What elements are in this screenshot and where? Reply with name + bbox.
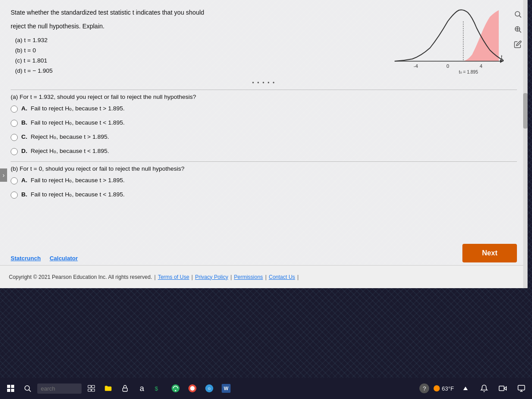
app-icon-2[interactable]: $ [152, 381, 166, 395]
radio-a3[interactable] [11, 134, 18, 141]
svg-rect-24 [92, 389, 95, 391]
privacy-link[interactable]: Privacy Policy [195, 274, 228, 280]
top-right-icons [512, 8, 524, 51]
temperature-label: 63°F [442, 385, 454, 392]
value-d: (d) t = − 1.905 [15, 66, 375, 76]
caret-up-icon[interactable] [458, 381, 473, 395]
app-icon-3[interactable] [168, 381, 183, 395]
copyright-text: Copyright © 2021 Pearson Education Inc. … [9, 274, 152, 280]
footer-bar: Copyright © 2021 Pearson Education Inc. … [0, 265, 528, 288]
svg-rect-21 [88, 385, 91, 387]
divider-1 [11, 90, 517, 90]
svg-rect-37 [518, 385, 525, 390]
main-content-area: State whether the standardized test stat… [0, 0, 528, 288]
weather-icon [434, 385, 440, 391]
radio-a2[interactable] [11, 120, 18, 127]
svg-text:-4: -4 [414, 63, 418, 69]
svg-marker-35 [463, 387, 468, 390]
windows-start-icon[interactable] [4, 381, 18, 395]
option-b2-label[interactable]: B. Fail to reject H₀, because t < 1.895. [21, 191, 125, 198]
option-a1: A. Fail to reject H₀, because t > 1.895. [11, 105, 517, 113]
option-a2: B. Fail to reject H₀, because t < 1.895. [11, 119, 517, 127]
svg-point-30 [190, 386, 195, 391]
svg-point-28 [175, 390, 176, 391]
svg-text:4: 4 [480, 63, 482, 69]
bottom-tools: Statcrunch Calculator [11, 255, 78, 262]
svg-text:G: G [208, 387, 211, 391]
file-explorer-icon[interactable] [101, 381, 115, 395]
dots-separator: • • • • • [11, 80, 517, 86]
svg-line-12 [519, 31, 521, 32]
weather-badge: 63°F [434, 385, 454, 392]
option-a4: D. Reject H₀, because t < 1.895. [11, 147, 517, 155]
svg-text:t: t [501, 54, 503, 60]
permissions-link[interactable]: Permissions [234, 274, 263, 280]
taskbar: a $ G W ? 63°F [0, 378, 532, 399]
search-icon-2[interactable] [512, 23, 524, 35]
terms-link[interactable]: Terms of Use [158, 274, 189, 280]
radio-a4[interactable] [11, 148, 18, 155]
svg-point-19 [25, 386, 30, 391]
word-icon[interactable]: W [219, 381, 233, 395]
radio-b2[interactable] [11, 192, 18, 199]
option-a1-label[interactable]: A. Fail to reject H₀, because t > 1.895. [21, 105, 125, 112]
help-icon[interactable]: ? [419, 383, 429, 393]
option-a3: C. Reject H₀, because t > 1.895. [11, 133, 517, 141]
app-icon-4[interactable] [185, 381, 200, 395]
radio-b1[interactable] [11, 177, 18, 184]
svg-rect-15 [7, 385, 10, 388]
value-a: (a) t = 1.932 [15, 35, 375, 46]
app-icon-5[interactable]: G [202, 381, 216, 395]
task-view-icon[interactable] [84, 381, 98, 395]
notifications-icon[interactable] [477, 381, 491, 395]
lock-icon[interactable] [118, 381, 132, 395]
part-a-question: (a) For t = 1.932, should you reject or … [11, 94, 517, 100]
option-b1-label[interactable]: A. Fail to reject H₀, because t > 1.895. [21, 176, 125, 184]
taskbar-right: ? 63°F [419, 381, 528, 395]
svg-text:$: $ [155, 385, 158, 392]
scrollbar-thumb[interactable] [523, 93, 528, 129]
svg-rect-23 [88, 389, 91, 391]
question-header-line2: reject the null hypothesis. Explain. [11, 22, 375, 31]
calculator-link[interactable]: Calculator [50, 255, 78, 262]
option-a4-label[interactable]: D. Reject H₀, because t < 1.895. [21, 147, 109, 154]
side-arrow[interactable]: › [0, 168, 7, 182]
svg-rect-16 [11, 385, 14, 388]
svg-rect-36 [499, 386, 504, 391]
option-a2-label[interactable]: B. Fail to reject H₀, because t < 1.895. [21, 119, 125, 126]
part-b-question: (b) For t = 0, should you reject or fail… [11, 165, 517, 172]
svg-rect-22 [92, 385, 95, 387]
svg-text:W: W [224, 386, 229, 391]
contact-link[interactable]: Contact Us [269, 274, 295, 280]
option-a3-label[interactable]: C. Reject H₀, because t > 1.895. [21, 133, 109, 140]
values-list: (a) t = 1.932 (b) t = 0 (c) t = 1.801 (d… [15, 35, 375, 76]
svg-rect-18 [11, 389, 14, 392]
option-b2: B. Fail to reject H₀, because t < 1.895. [11, 191, 517, 199]
statcrunch-link[interactable]: Statcrunch [11, 255, 41, 262]
value-b: (b) t = 0 [15, 46, 375, 56]
svg-rect-17 [7, 389, 10, 392]
graph-container: t -4 0 4 t₀ = 1.895 [390, 8, 514, 79]
svg-rect-25 [123, 388, 128, 391]
svg-point-9 [515, 12, 520, 16]
svg-line-20 [29, 390, 31, 391]
svg-line-10 [519, 16, 521, 17]
edit-icon[interactable] [512, 38, 524, 51]
option-b1: A. Fail to reject H₀, because t > 1.895. [11, 176, 517, 184]
svg-text:t₀ = 1.895: t₀ = 1.895 [459, 70, 478, 74]
question-header-line1: State whether the standardized test stat… [11, 8, 375, 17]
value-c: (c) t = 1.801 [15, 56, 375, 66]
search-icon-1[interactable] [512, 8, 524, 20]
search-taskbar-icon[interactable] [20, 381, 35, 395]
next-button[interactable]: Next [462, 244, 517, 262]
monitor-icon[interactable] [514, 381, 528, 395]
svg-text:0: 0 [446, 63, 449, 69]
camera-icon[interactable] [496, 381, 510, 395]
app-icon-1[interactable]: a [135, 381, 149, 395]
radio-a1[interactable] [11, 106, 18, 113]
divider-2 [11, 161, 517, 162]
taskbar-search-input[interactable] [37, 383, 82, 394]
